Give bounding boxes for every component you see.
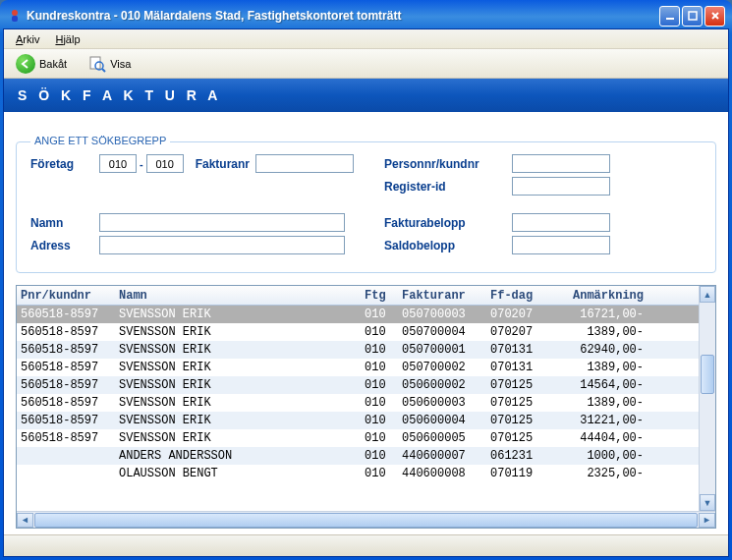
cell-fnr: 050600004 <box>398 414 486 427</box>
table-row[interactable]: ANDERS ANDERSSON0104406000070612311000,0… <box>17 447 699 465</box>
maximize-button[interactable] <box>682 6 703 27</box>
titlebar[interactable]: Kundreskontra - 010 Mälardalens Stad, Fa… <box>3 3 729 28</box>
hscroll-thumb[interactable] <box>34 513 698 528</box>
svg-rect-3 <box>689 12 697 20</box>
scroll-right-button[interactable]: ► <box>699 513 715 528</box>
cell-ffd: 070125 <box>486 431 553 445</box>
app-window: Kundreskontra - 010 Mälardalens Stad, Fa… <box>0 0 732 560</box>
cell-pnr: 560518-8597 <box>17 414 115 427</box>
cell-fnr: 440600008 <box>398 467 486 480</box>
grid-body: 560518-8597SVENSSON ERIK0100507000030702… <box>17 306 699 482</box>
adress-label: Adress <box>30 239 99 252</box>
personnr-input[interactable] <box>512 154 610 173</box>
col-pnr[interactable]: Pnr/kundnr <box>17 289 115 303</box>
cell-namn: SVENSSON ERIK <box>115 414 361 427</box>
cell-fnr: 050700004 <box>398 325 486 339</box>
content: ANGE ETT SÖKBEGREPP Företag - Fakturanr <box>4 112 728 534</box>
fakturanr-input[interactable] <box>255 154 354 173</box>
col-anm[interactable]: Anmärkning <box>553 289 648 303</box>
menu-arkiv[interactable]: Arkiv <box>8 31 47 47</box>
scroll-down-button[interactable]: ▼ <box>700 494 715 511</box>
cell-ftg: 010 <box>361 396 398 410</box>
col-ftg[interactable]: Ftg <box>361 289 398 303</box>
cell-namn: SVENSSON ERIK <box>115 361 361 374</box>
back-button[interactable]: Bakåt <box>10 52 73 76</box>
cell-anm: 1000,00- <box>553 449 648 463</box>
cell-anm: 2325,00- <box>553 467 648 480</box>
cell-anm: 14564,00- <box>553 378 648 392</box>
visa-button[interactable]: Visa <box>83 53 137 75</box>
cell-namn: SVENSSON ERIK <box>115 431 361 445</box>
cell-ffd: 070131 <box>486 343 553 357</box>
grid-header: Pnr/kundnr Namn Ftg Fakturanr Ff-dag Anm… <box>17 286 699 306</box>
table-row[interactable]: 560518-8597SVENSSON ERIK0100506000050701… <box>17 429 699 447</box>
magnifier-icon <box>88 55 106 73</box>
svg-point-0 <box>12 10 18 16</box>
cell-anm: 44404,00- <box>553 431 648 445</box>
cell-ffd: 070207 <box>486 325 553 339</box>
cell-ftg: 010 <box>361 325 398 339</box>
menu-hjalp[interactable]: Hjälp <box>47 31 87 47</box>
back-label: Bakåt <box>39 58 67 70</box>
foretag-to-input[interactable] <box>146 154 184 173</box>
cell-pnr: 560518-8597 <box>17 431 115 445</box>
window-title: Kundreskontra - 010 Mälardalens Stad, Fa… <box>27 9 659 23</box>
svg-rect-2 <box>666 18 674 20</box>
fakturabelopp-input[interactable] <box>512 213 610 232</box>
table-row[interactable]: OLAUSSON BENGT0104406000080701192325,00- <box>17 465 699 482</box>
close-button[interactable] <box>704 6 725 27</box>
cell-ffd: 070125 <box>486 414 553 427</box>
cell-pnr: 560518-8597 <box>17 343 115 357</box>
table-row[interactable]: 560518-8597SVENSSON ERIK0100506000030701… <box>17 394 699 412</box>
window-controls <box>659 6 725 27</box>
registerid-label: Register-id <box>384 180 512 194</box>
cell-fnr: 050700001 <box>398 343 486 357</box>
cell-namn: SVENSSON ERIK <box>115 396 361 410</box>
cell-pnr: 560518-8597 <box>17 325 115 339</box>
back-arrow-icon <box>16 54 35 74</box>
namn-input[interactable] <box>99 213 345 232</box>
minimize-button[interactable] <box>659 6 680 27</box>
cell-ftg: 010 <box>361 467 398 480</box>
search-fieldset: ANGE ETT SÖKBEGREPP Företag - Fakturanr <box>16 141 716 273</box>
personnr-label: Personnr/kundnr <box>384 157 512 171</box>
cell-fnr: 050700003 <box>398 308 486 321</box>
table-row[interactable]: 560518-8597SVENSSON ERIK0100507000040702… <box>17 323 699 341</box>
cell-fnr: 050600002 <box>398 378 486 392</box>
cell-anm: 1389,00- <box>553 325 648 339</box>
cell-ffd: 061231 <box>486 449 553 463</box>
cell-ftg: 010 <box>361 343 398 357</box>
toolbar: Bakåt Visa <box>4 49 728 79</box>
cell-ffd: 070125 <box>486 378 553 392</box>
table-row[interactable]: 560518-8597SVENSSON ERIK0100507000020701… <box>17 359 699 376</box>
table-row[interactable]: 560518-8597SVENSSON ERIK0100507000030702… <box>17 306 699 323</box>
col-namn[interactable]: Namn <box>115 289 361 303</box>
search-legend: ANGE ETT SÖKBEGREPP <box>30 135 170 146</box>
vertical-scrollbar[interactable]: ▲ ▼ <box>699 286 715 511</box>
cell-anm: 1389,00- <box>553 396 648 410</box>
table-row[interactable]: 560518-8597SVENSSON ERIK0100506000040701… <box>17 412 699 429</box>
table-row[interactable]: 560518-8597SVENSSON ERIK0100507000010701… <box>17 341 699 359</box>
cell-pnr: 560518-8597 <box>17 378 115 392</box>
cell-fnr: 050700002 <box>398 361 486 374</box>
fakturanr-label: Fakturanr <box>196 157 250 171</box>
col-ffd[interactable]: Ff-dag <box>486 289 553 303</box>
menubar: Arkiv Hjälp <box>4 29 728 49</box>
cell-fnr: 050600003 <box>398 396 486 410</box>
table-row[interactable]: 560518-8597SVENSSON ERIK0100506000020701… <box>17 376 699 394</box>
foretag-from-input[interactable] <box>99 154 137 173</box>
scroll-up-button[interactable]: ▲ <box>700 286 715 303</box>
horizontal-scrollbar[interactable]: ◄ ► <box>17 511 715 528</box>
cell-namn: SVENSSON ERIK <box>115 308 361 321</box>
col-fnr[interactable]: Fakturanr <box>398 289 486 303</box>
registerid-input[interactable] <box>512 177 610 196</box>
scroll-thumb[interactable] <box>701 355 714 394</box>
cell-ftg: 010 <box>361 361 398 374</box>
saldobelopp-input[interactable] <box>512 236 610 254</box>
cell-pnr: 560518-8597 <box>17 308 115 321</box>
cell-ffd: 070125 <box>486 396 553 410</box>
svg-line-8 <box>102 69 105 72</box>
scroll-left-button[interactable]: ◄ <box>17 513 33 528</box>
cell-anm: 62940,00- <box>553 343 648 357</box>
adress-input[interactable] <box>99 236 345 254</box>
